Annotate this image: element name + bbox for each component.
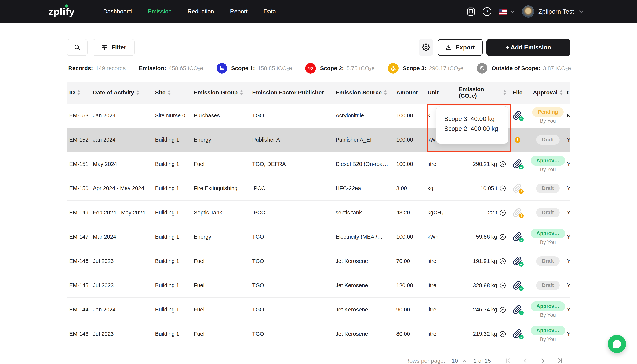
cell-id: EM-146 <box>69 258 93 264</box>
column-label: Emission (CO₂e) <box>459 86 501 99</box>
cell-id: EM-150 <box>69 185 93 192</box>
settings-button[interactable] <box>419 39 433 56</box>
emission-collapse-icon[interactable] <box>499 185 506 192</box>
scope3-summary: Scope 3: 290.17 tCO₂e <box>388 63 464 74</box>
column-header-group[interactable]: Emission Group <box>194 89 252 96</box>
cell-site: Building 1 <box>155 331 194 337</box>
paperclip-warning-icon[interactable]: ! <box>513 208 522 218</box>
emission-value: 290.21 kg <box>473 161 497 167</box>
cell-publisher: TGO <box>252 258 336 264</box>
cell-date: Mar 2024 <box>93 234 155 240</box>
outside-scope-summary: Outside of Scope: 3.87 tCO₂e <box>477 63 571 74</box>
records-summary: Records: 149 records <box>68 65 126 72</box>
column-header-publisher: Emission Factor Publisher <box>252 89 336 96</box>
help-icon[interactable]: ? <box>483 7 492 16</box>
emission-collapse-icon[interactable] <box>499 258 506 265</box>
column-header-source[interactable]: Emission Source <box>336 89 396 96</box>
cell-source: septic tank <box>336 210 396 216</box>
table-row[interactable]: EM-149 Feb 2024 - May 2024 Building 1 Se… <box>67 200 570 225</box>
cell-file: ! ! <box>506 137 529 143</box>
paperclip-check-icon[interactable] <box>513 256 522 266</box>
scope1-value: 158.85 tCO₂e <box>258 65 292 72</box>
cell-file: ! ! <box>506 159 529 170</box>
scope3-value: 290.17 tCO₂e <box>429 65 464 72</box>
cell-emission: 246.74 kg <box>459 306 506 313</box>
emission-value: 1.22 t <box>483 210 497 216</box>
first-page-icon[interactable] <box>505 357 512 364</box>
last-page-icon[interactable] <box>556 357 563 364</box>
paperclip-check-icon[interactable] <box>513 329 522 339</box>
column-header-created: C <box>567 89 570 96</box>
paperclip-check-icon[interactable] <box>513 304 522 315</box>
column-label: Unit <box>428 89 438 96</box>
column-label: Approval <box>533 89 558 96</box>
paperclip-check-icon[interactable] <box>513 232 522 242</box>
table-row[interactable]: EM-143 Jul 2023 Building 1 Fuel TGO Jet … <box>67 322 570 346</box>
next-page-icon[interactable] <box>539 357 546 364</box>
column-label: Amount <box>396 89 418 96</box>
scope1-label: Scope 1: <box>231 65 255 72</box>
nav-item-report[interactable]: Report <box>230 8 248 15</box>
chat-widget-button[interactable] <box>608 335 626 353</box>
cell-amount: 100.00 <box>396 137 428 143</box>
table-row[interactable]: EM-147 Mar 2024 Building 1 Energy TGO El… <box>67 225 570 249</box>
cell-emission: 191.91 kg <box>459 258 506 265</box>
cell-emission-group: Fuel <box>194 282 252 288</box>
cell-emission-group: Energy <box>194 137 252 143</box>
column-header-approval[interactable]: Approval <box>529 89 567 96</box>
table-row[interactable]: EM-150 Apr 2024 - May 2024 Building 1 Fi… <box>67 176 570 200</box>
column-header-date[interactable]: Date of Activity <box>93 89 155 96</box>
previous-page-icon[interactable] <box>522 357 529 364</box>
emission-collapse-icon[interactable] <box>499 234 506 240</box>
paperclip-warning-icon[interactable]: ! <box>513 183 522 194</box>
table-row[interactable]: EM-146 Jul 2023 Building 1 Fuel TGO Jet … <box>67 249 570 274</box>
table-row[interactable]: EM-145 Jul 2023 Building 1 Fuel TGO Jet … <box>67 274 570 298</box>
emission-collapse-icon[interactable] <box>499 306 506 313</box>
column-header-id[interactable]: ID <box>69 89 93 96</box>
main-nav: DashboardEmissionReductionReportData <box>103 8 276 15</box>
app-logo[interactable]: zplify <box>48 6 75 17</box>
cell-emission-group: Fuel <box>194 258 252 264</box>
cell-extra: Y <box>567 137 570 143</box>
cell-site: Building 1 <box>155 137 194 143</box>
paperclip-check-icon[interactable] <box>513 110 522 121</box>
cell-emission-group: Fuel <box>194 161 252 167</box>
add-emission-button[interactable]: + Add Emission <box>486 39 570 56</box>
paperclip-check-icon[interactable] <box>513 280 522 291</box>
cell-unit: kWh <box>428 234 459 240</box>
filter-sliders-icon <box>101 44 108 51</box>
column-header-emission[interactable]: Emission (CO₂e) <box>459 86 506 99</box>
paperclip-check-icon[interactable] <box>513 159 522 170</box>
user-menu[interactable]: Zpliporn Test <box>522 6 584 18</box>
cell-date: Jul 2023 <box>93 331 155 337</box>
cell-extra: Y <box>567 306 570 313</box>
cell-emission: 328.98 kg <box>459 282 506 289</box>
filter-button[interactable]: Filter <box>92 39 134 56</box>
table-row[interactable]: EM-151 May 2024 Building 1 Fuel TGO, DEF… <box>67 152 570 176</box>
emission-collapse-icon[interactable] <box>499 209 506 216</box>
sort-icon <box>503 90 506 95</box>
column-header-site[interactable]: Site <box>155 89 194 96</box>
guide-book-icon[interactable] <box>466 7 476 16</box>
sort-icon <box>384 90 387 95</box>
nav-item-dashboard[interactable]: Dashboard <box>103 8 132 15</box>
nav-item-reduction[interactable]: Reduction <box>188 8 214 15</box>
emission-collapse-icon[interactable] <box>499 331 506 338</box>
nav-item-data[interactable]: Data <box>264 8 276 15</box>
rows-per-page-select[interactable]: 10 <box>452 358 467 364</box>
app-logo-text: zplify <box>48 6 75 17</box>
cell-extra: Y <box>567 161 570 167</box>
emission-collapse-icon[interactable] <box>499 282 506 289</box>
cell-site: Building 1 <box>155 161 194 167</box>
export-button[interactable]: Export <box>438 39 483 56</box>
cell-date: Jul 2023 <box>93 258 155 264</box>
emission-collapse-icon[interactable] <box>499 161 506 168</box>
nav-item-emission[interactable]: Emission <box>148 8 172 15</box>
search-button[interactable] <box>67 39 88 56</box>
cell-source: Diesel B20 (On-roa… <box>336 161 396 167</box>
cell-date: Jan 2024 <box>93 137 155 143</box>
cell-file: ! ! <box>506 110 529 121</box>
language-selector[interactable] <box>498 9 515 14</box>
table-row[interactable]: EM-144 Jan 2024 Building 1 Fuel TGO Jet … <box>67 298 570 322</box>
cell-amount: 100.00 <box>396 234 428 240</box>
